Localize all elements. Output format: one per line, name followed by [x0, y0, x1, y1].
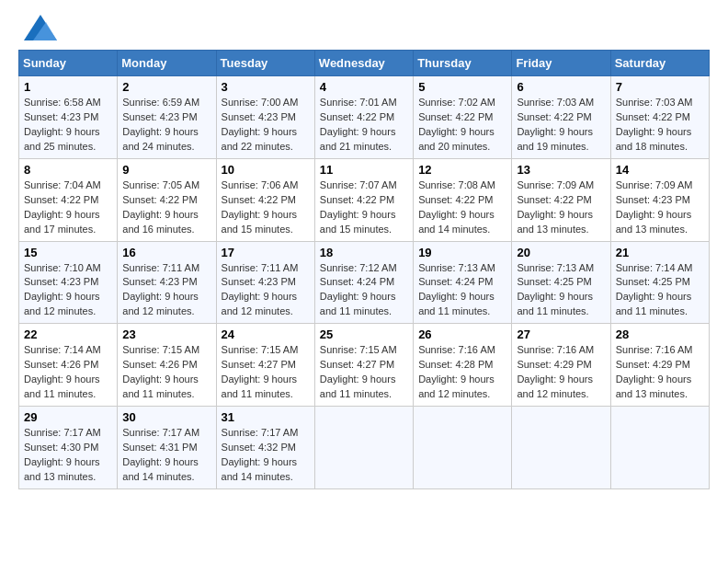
daylight-label: Daylight: 9 hours and 11 minutes. [616, 291, 692, 316]
day-number: 9 [122, 163, 210, 177]
day-number: 31 [222, 410, 310, 424]
sunrise-label: Sunrise: 7:17 AM [24, 427, 101, 438]
day-info: Sunrise: 7:01 AM Sunset: 4:22 PM Dayligh… [320, 96, 408, 155]
day-info: Sunrise: 7:05 AM Sunset: 4:22 PM Dayligh… [122, 178, 210, 237]
sunrise-label: Sunrise: 7:00 AM [222, 97, 299, 108]
daylight-label: Daylight: 9 hours and 25 minutes. [24, 126, 100, 152]
sunset-label: Sunset: 4:22 PM [517, 194, 591, 205]
calendar-cell: 16 Sunrise: 7:11 AM Sunset: 4:23 PM Dayl… [118, 241, 216, 324]
daylight-label: Daylight: 9 hours and 14 minutes. [122, 456, 199, 482]
sunset-label: Sunset: 4:22 PM [517, 111, 591, 122]
sunset-label: Sunset: 4:23 PM [616, 194, 690, 205]
sunrise-label: Sunrise: 7:15 AM [320, 344, 397, 355]
daylight-label: Daylight: 9 hours and 12 minutes. [517, 373, 593, 399]
day-number: 12 [418, 163, 506, 177]
day-info: Sunrise: 7:17 AM Sunset: 4:30 PM Dayligh… [24, 426, 112, 485]
day-info: Sunrise: 7:12 AM Sunset: 4:24 PM Dayligh… [320, 261, 408, 320]
sunrise-label: Sunrise: 7:05 AM [122, 179, 199, 190]
day-info: Sunrise: 7:14 AM Sunset: 4:26 PM Dayligh… [24, 343, 112, 402]
calendar-cell: 11 Sunrise: 7:07 AM Sunset: 4:22 PM Dayl… [314, 158, 413, 241]
sunrise-label: Sunrise: 7:17 AM [122, 427, 199, 438]
daylight-label: Daylight: 9 hours and 13 minutes. [616, 209, 692, 235]
day-info: Sunrise: 7:04 AM Sunset: 4:22 PM Dayligh… [24, 178, 112, 237]
sunset-label: Sunset: 4:22 PM [320, 194, 394, 205]
day-info: Sunrise: 7:17 AM Sunset: 4:31 PM Dayligh… [122, 426, 210, 485]
calendar-cell: 3 Sunrise: 7:00 AM Sunset: 4:23 PM Dayli… [216, 76, 314, 159]
calendar-cell: 15 Sunrise: 7:10 AM Sunset: 4:23 PM Dayl… [19, 241, 118, 324]
day-number: 5 [418, 80, 506, 94]
calendar-cell: 6 Sunrise: 7:03 AM Sunset: 4:22 PM Dayli… [512, 76, 610, 159]
day-info: Sunrise: 7:14 AM Sunset: 4:25 PM Dayligh… [616, 261, 704, 320]
calendar-cell: 24 Sunrise: 7:15 AM Sunset: 4:27 PM Dayl… [216, 324, 314, 407]
daylight-label: Daylight: 9 hours and 11 minutes. [222, 373, 298, 399]
daylight-label: Daylight: 9 hours and 11 minutes. [320, 291, 396, 316]
page-header [18, 15, 710, 42]
day-number: 24 [222, 327, 310, 341]
day-number: 3 [222, 80, 310, 94]
sunset-label: Sunset: 4:24 PM [320, 276, 394, 287]
sunrise-label: Sunrise: 7:13 AM [517, 262, 594, 273]
column-header-wednesday: Wednesday [314, 51, 413, 76]
sunrise-label: Sunrise: 7:08 AM [418, 179, 495, 190]
sunset-label: Sunset: 4:22 PM [122, 194, 197, 205]
calendar-cell: 10 Sunrise: 7:06 AM Sunset: 4:22 PM Dayl… [216, 158, 314, 241]
sunset-label: Sunset: 4:30 PM [24, 442, 98, 453]
sunset-label: Sunset: 4:22 PM [24, 194, 98, 205]
sunrise-label: Sunrise: 7:11 AM [222, 262, 299, 273]
calendar-week-row: 15 Sunrise: 7:10 AM Sunset: 4:23 PM Dayl… [19, 241, 710, 324]
day-info: Sunrise: 7:13 AM Sunset: 4:24 PM Dayligh… [418, 261, 506, 320]
calendar-week-row: 8 Sunrise: 7:04 AM Sunset: 4:22 PM Dayli… [19, 158, 710, 241]
calendar-cell: 25 Sunrise: 7:15 AM Sunset: 4:27 PM Dayl… [314, 324, 413, 407]
day-headers-row: SundayMondayTuesdayWednesdayThursdayFrid… [19, 51, 710, 76]
day-info: Sunrise: 7:13 AM Sunset: 4:25 PM Dayligh… [517, 261, 605, 320]
daylight-label: Daylight: 9 hours and 12 minutes. [122, 291, 199, 316]
daylight-label: Daylight: 9 hours and 12 minutes. [222, 291, 298, 316]
calendar-cell: 12 Sunrise: 7:08 AM Sunset: 4:22 PM Dayl… [414, 158, 512, 241]
sunrise-label: Sunrise: 7:01 AM [320, 97, 397, 108]
day-number: 11 [320, 163, 408, 177]
sunrise-label: Sunrise: 7:13 AM [418, 262, 495, 273]
calendar-cell [610, 407, 709, 489]
calendar-cell: 29 Sunrise: 7:17 AM Sunset: 4:30 PM Dayl… [19, 407, 118, 489]
day-info: Sunrise: 7:16 AM Sunset: 4:28 PM Dayligh… [418, 343, 506, 402]
daylight-label: Daylight: 9 hours and 24 minutes. [122, 126, 199, 152]
day-number: 13 [517, 163, 605, 177]
daylight-label: Daylight: 9 hours and 15 minutes. [222, 209, 298, 235]
sunset-label: Sunset: 4:31 PM [122, 442, 197, 453]
calendar-cell: 2 Sunrise: 6:59 AM Sunset: 4:23 PM Dayli… [118, 76, 216, 159]
daylight-label: Daylight: 9 hours and 21 minutes. [320, 126, 396, 152]
calendar-week-row: 22 Sunrise: 7:14 AM Sunset: 4:26 PM Dayl… [19, 324, 710, 407]
sunset-label: Sunset: 4:23 PM [122, 111, 197, 122]
day-info: Sunrise: 7:10 AM Sunset: 4:23 PM Dayligh… [24, 261, 112, 320]
day-number: 14 [616, 163, 704, 177]
column-header-sunday: Sunday [19, 51, 118, 76]
day-info: Sunrise: 6:59 AM Sunset: 4:23 PM Dayligh… [122, 96, 210, 155]
sunrise-label: Sunrise: 7:03 AM [517, 97, 594, 108]
day-number: 28 [616, 327, 704, 341]
sunrise-label: Sunrise: 7:16 AM [517, 344, 594, 355]
sunrise-label: Sunrise: 7:16 AM [418, 344, 495, 355]
calendar-cell: 7 Sunrise: 7:03 AM Sunset: 4:22 PM Dayli… [610, 76, 709, 159]
day-info: Sunrise: 7:09 AM Sunset: 4:22 PM Dayligh… [517, 178, 605, 237]
day-info: Sunrise: 6:58 AM Sunset: 4:23 PM Dayligh… [24, 96, 112, 155]
day-info: Sunrise: 7:17 AM Sunset: 4:32 PM Dayligh… [222, 426, 310, 485]
daylight-label: Daylight: 9 hours and 11 minutes. [24, 373, 100, 399]
calendar-cell: 23 Sunrise: 7:15 AM Sunset: 4:26 PM Dayl… [118, 324, 216, 407]
sunrise-label: Sunrise: 7:09 AM [616, 179, 693, 190]
daylight-label: Daylight: 9 hours and 11 minutes. [517, 291, 593, 316]
sunset-label: Sunset: 4:22 PM [616, 111, 690, 122]
sunrise-label: Sunrise: 7:15 AM [222, 344, 299, 355]
day-number: 6 [517, 80, 605, 94]
day-info: Sunrise: 7:15 AM Sunset: 4:27 PM Dayligh… [222, 343, 310, 402]
calendar-cell: 28 Sunrise: 7:16 AM Sunset: 4:29 PM Dayl… [610, 324, 709, 407]
sunset-label: Sunset: 4:26 PM [24, 359, 98, 370]
daylight-label: Daylight: 9 hours and 14 minutes. [222, 456, 298, 482]
daylight-label: Daylight: 9 hours and 15 minutes. [320, 209, 396, 235]
sunset-label: Sunset: 4:23 PM [222, 276, 296, 287]
sunset-label: Sunset: 4:25 PM [616, 276, 690, 287]
calendar-cell: 19 Sunrise: 7:13 AM Sunset: 4:24 PM Dayl… [414, 241, 512, 324]
sunrise-label: Sunrise: 6:58 AM [24, 97, 101, 108]
day-number: 15 [24, 246, 112, 259]
sunrise-label: Sunrise: 7:14 AM [616, 262, 693, 273]
day-info: Sunrise: 7:08 AM Sunset: 4:22 PM Dayligh… [418, 178, 506, 237]
